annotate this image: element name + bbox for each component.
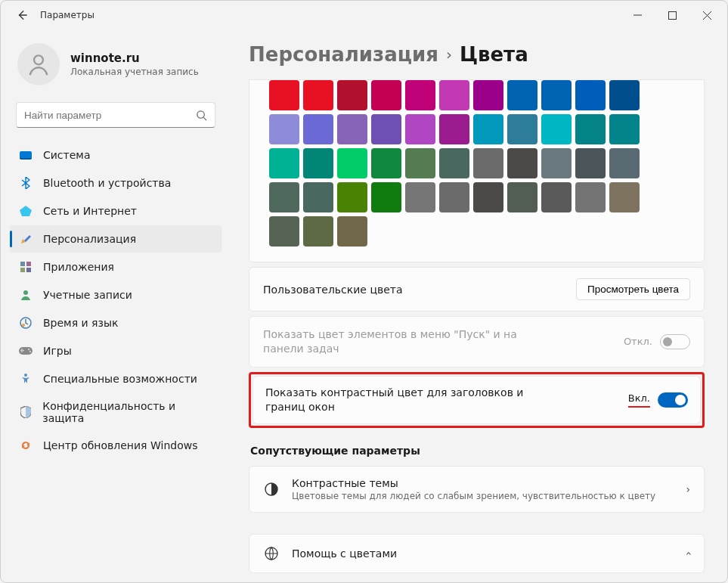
color-swatch[interactable] bbox=[473, 80, 503, 110]
custom-colors-row: Пользовательские цвета Просмотреть цвета bbox=[249, 267, 705, 312]
sidebar-item-system[interactable]: Система bbox=[10, 141, 221, 169]
title-color-label: Показать контрастный цвет для заголовков… bbox=[265, 386, 537, 414]
title-color-state: Вкл. bbox=[628, 392, 650, 408]
sidebar-item-label: Сеть и Интернет bbox=[43, 205, 137, 217]
color-swatch[interactable] bbox=[303, 182, 333, 212]
svg-rect-4 bbox=[26, 262, 31, 266]
contrast-subtitle: Цветовые темы для людей со слабым зрение… bbox=[292, 491, 674, 501]
color-swatch[interactable] bbox=[609, 114, 640, 144]
sidebar-nav: СистемаBluetooth и устройстваСеть и Инте… bbox=[10, 141, 221, 459]
gaming-icon bbox=[19, 344, 33, 358]
sidebar-item-label: Bluetooth и устройства bbox=[43, 177, 171, 189]
color-swatch[interactable] bbox=[541, 148, 572, 178]
color-swatch[interactable] bbox=[473, 182, 503, 212]
help-colors-link[interactable]: Помощь с цветами › bbox=[249, 534, 705, 573]
start-color-state: Откл. bbox=[624, 336, 652, 347]
breadcrumb-parent[interactable]: Персонализация bbox=[249, 43, 438, 66]
sidebar-item-accounts[interactable]: Учетные записи bbox=[10, 281, 221, 309]
color-swatch[interactable] bbox=[575, 80, 606, 110]
sidebar-item-time[interactable]: Время и язык bbox=[10, 309, 221, 336]
color-swatch[interactable] bbox=[473, 148, 503, 178]
color-swatch[interactable] bbox=[575, 114, 606, 144]
sidebar-item-label: Персонализация bbox=[43, 233, 136, 245]
color-swatch[interactable] bbox=[269, 182, 299, 212]
color-swatch[interactable] bbox=[303, 114, 333, 144]
color-swatch[interactable] bbox=[507, 80, 537, 110]
color-swatch[interactable] bbox=[303, 80, 333, 110]
color-swatch[interactable] bbox=[337, 216, 367, 247]
chevron-right-icon: › bbox=[446, 45, 452, 64]
color-swatch[interactable] bbox=[337, 114, 367, 144]
maximize-button[interactable] bbox=[655, 3, 689, 27]
help-title: Помощь с цветами bbox=[292, 547, 674, 560]
sidebar-item-apps[interactable]: Приложения bbox=[10, 253, 221, 281]
globe-icon bbox=[263, 545, 280, 562]
contrast-themes-link[interactable]: Контрастные темы Цветовые темы для людей… bbox=[249, 466, 705, 513]
search-input[interactable] bbox=[24, 110, 196, 121]
color-swatch[interactable] bbox=[541, 80, 572, 110]
color-swatch[interactable] bbox=[405, 182, 435, 212]
sidebar-item-personalization[interactable]: Персонализация bbox=[10, 225, 221, 253]
window-title: Параметры bbox=[40, 10, 94, 20]
color-swatch[interactable] bbox=[507, 182, 537, 212]
svg-rect-6 bbox=[26, 268, 31, 272]
color-swatch[interactable] bbox=[439, 182, 469, 212]
color-swatch[interactable] bbox=[405, 114, 435, 144]
search-box[interactable] bbox=[16, 102, 215, 128]
sidebar-item-network[interactable]: Сеть и Интернет bbox=[10, 197, 221, 225]
back-button[interactable] bbox=[11, 5, 33, 26]
color-swatch[interactable] bbox=[337, 148, 367, 178]
chevron-up-icon: › bbox=[682, 551, 694, 556]
close-button[interactable] bbox=[689, 3, 724, 27]
sidebar-item-bluetooth[interactable]: Bluetooth и устройства bbox=[10, 169, 221, 197]
color-swatch[interactable] bbox=[507, 114, 537, 144]
color-swatch[interactable] bbox=[337, 80, 367, 110]
color-swatch[interactable] bbox=[269, 216, 299, 247]
color-swatch[interactable] bbox=[609, 182, 640, 212]
title-color-toggle[interactable] bbox=[658, 392, 688, 408]
color-swatch[interactable] bbox=[269, 148, 299, 178]
color-palette bbox=[269, 80, 684, 247]
svg-rect-3 bbox=[20, 262, 25, 266]
color-swatch[interactable] bbox=[541, 182, 572, 212]
minimize-button[interactable] bbox=[620, 3, 655, 27]
color-swatch[interactable] bbox=[575, 148, 606, 178]
color-swatch[interactable] bbox=[507, 148, 537, 178]
svg-point-1 bbox=[34, 55, 43, 64]
user-block[interactable]: winnote.ru Локальная учетная запись bbox=[10, 37, 221, 99]
color-swatch[interactable] bbox=[405, 148, 435, 178]
color-swatch[interactable] bbox=[371, 114, 401, 144]
color-swatch[interactable] bbox=[541, 114, 572, 144]
sidebar-item-gaming[interactable]: Игры bbox=[10, 337, 221, 364]
color-swatch[interactable] bbox=[609, 80, 640, 110]
color-swatch[interactable] bbox=[473, 114, 503, 144]
network-icon bbox=[19, 204, 33, 218]
color-swatch[interactable] bbox=[371, 148, 401, 178]
color-swatch[interactable] bbox=[269, 114, 299, 144]
color-swatch[interactable] bbox=[337, 182, 367, 212]
color-swatch[interactable] bbox=[371, 182, 401, 212]
color-swatch[interactable] bbox=[439, 114, 469, 144]
color-swatch[interactable] bbox=[609, 148, 640, 178]
svg-rect-0 bbox=[668, 11, 676, 19]
sidebar-item-update[interactable]: Центр обновления Windows bbox=[10, 432, 221, 459]
color-swatch[interactable] bbox=[439, 148, 469, 178]
color-swatch[interactable] bbox=[371, 80, 401, 110]
color-swatch[interactable] bbox=[303, 216, 333, 247]
color-swatch[interactable] bbox=[405, 80, 435, 110]
view-colors-button[interactable]: Просмотреть цвета bbox=[576, 278, 690, 300]
sidebar-item-label: Система bbox=[43, 149, 90, 161]
sidebar-item-privacy[interactable]: Конфиденциальность и защита bbox=[10, 393, 221, 431]
svg-point-12 bbox=[29, 351, 31, 352]
main-content: Персонализация › Цвета Пользовательские … bbox=[228, 29, 727, 582]
sidebar-item-accessibility[interactable]: Специальные возможности bbox=[10, 365, 221, 392]
user-name: winnote.ru bbox=[70, 51, 199, 65]
close-icon bbox=[703, 11, 711, 20]
accessibility-icon bbox=[19, 372, 33, 386]
color-swatch[interactable] bbox=[575, 182, 606, 212]
color-swatch[interactable] bbox=[303, 148, 333, 178]
apps-icon bbox=[19, 260, 33, 274]
svg-point-11 bbox=[28, 349, 29, 350]
color-swatch[interactable] bbox=[269, 80, 299, 110]
color-swatch[interactable] bbox=[439, 80, 469, 110]
